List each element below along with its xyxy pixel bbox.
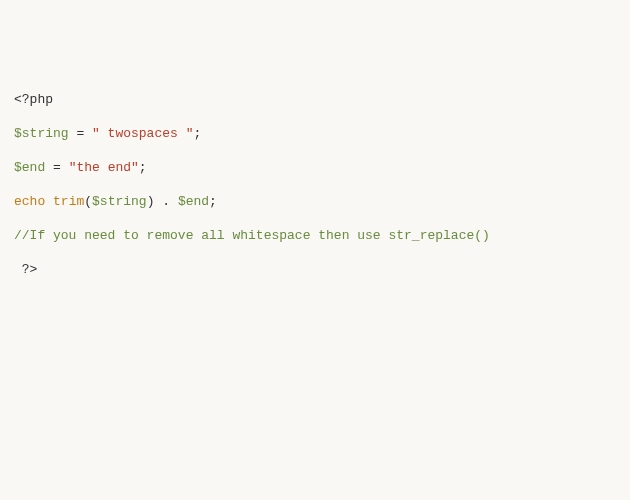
semicolon: ; <box>193 126 201 141</box>
operator-assign: = <box>45 160 68 175</box>
code-line-6: ?> <box>14 261 616 278</box>
code-line-1: <?php <box>14 91 616 108</box>
function-trim: trim <box>53 194 84 209</box>
keyword-echo: echo <box>14 194 45 209</box>
semicolon: ; <box>139 160 147 175</box>
space <box>45 194 53 209</box>
semicolon: ; <box>209 194 217 209</box>
variable-end-arg: $end <box>178 194 209 209</box>
code-block: <?php $string = " twospaces "; $end = "t… <box>14 74 616 295</box>
php-open-tag: <?php <box>14 92 53 107</box>
php-close-tag: ?> <box>14 262 37 277</box>
operator-concat: . <box>154 194 177 209</box>
string-literal: "the end" <box>69 160 139 175</box>
comment: //If you need to remove all whitespace t… <box>14 228 490 243</box>
string-literal: " twospaces " <box>92 126 193 141</box>
code-line-4: echo trim($string) . $end; <box>14 193 616 210</box>
variable-string-arg: $string <box>92 194 147 209</box>
code-line-3: $end = "the end"; <box>14 159 616 176</box>
code-line-5: //If you need to remove all whitespace t… <box>14 227 616 244</box>
operator-assign: = <box>69 126 92 141</box>
variable-end: $end <box>14 160 45 175</box>
variable-string: $string <box>14 126 69 141</box>
open-paren: ( <box>84 194 92 209</box>
code-line-2: $string = " twospaces "; <box>14 125 616 142</box>
